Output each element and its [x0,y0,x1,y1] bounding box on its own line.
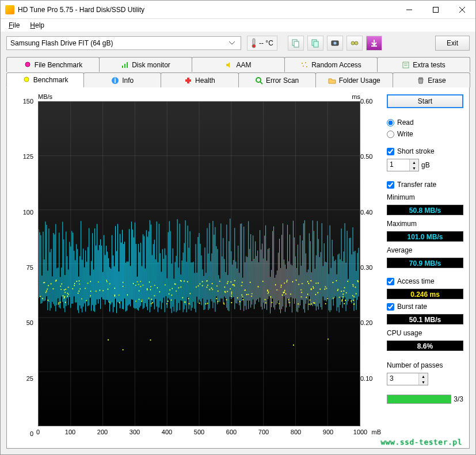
svg-point-465 [353,296,355,297]
svg-point-569 [180,286,181,288]
tab-error-scan[interactable]: Error Scan [238,72,316,87]
transfer-rate-checkbox[interactable]: Transfer rate [387,181,463,189]
svg-point-449 [231,296,232,297]
drive-select[interactable]: Samsung Flash Drive FIT (64 gB) [6,36,241,50]
svg-point-334 [150,286,151,287]
spin-up-icon[interactable]: ▲ [419,373,428,379]
passes-spinner[interactable]: 3▲▼ [387,373,428,385]
tab-row-primary: Benchmark iInfo Health Error Scan Folder… [6,72,470,87]
exit-button[interactable]: Exit [435,36,470,51]
svg-point-554 [241,295,242,296]
svg-point-559 [311,288,312,289]
svg-point-428 [227,283,228,284]
copy-text-button[interactable] [288,36,304,51]
burst-rate-checkbox[interactable]: Burst rate [387,303,463,311]
temperature-display: -- °C [247,36,277,51]
start-button[interactable]: Start [387,94,463,108]
svg-point-580 [341,299,342,300]
save-button[interactable] [366,36,382,51]
svg-point-447 [78,293,79,294]
svg-point-451 [60,301,61,303]
spin-down-icon[interactable]: ▼ [410,165,418,171]
thermometer-icon [251,38,257,48]
svg-line-30 [260,82,262,84]
svg-point-510 [287,280,288,281]
svg-point-342 [327,298,328,299]
tab-file-benchmark[interactable]: File Benchmark [6,57,100,72]
svg-point-422 [123,349,124,350]
spin-down-icon[interactable]: ▼ [419,379,428,385]
svg-point-526 [271,302,272,303]
menu-help[interactable]: Help [25,20,49,30]
tab-benchmark[interactable]: Benchmark [6,72,84,87]
tab-folder-usage[interactable]: Folder Usage [315,72,393,87]
svg-point-382 [319,289,321,290]
svg-point-522 [239,301,241,302]
svg-point-501 [292,281,293,282]
svg-point-483 [283,292,284,293]
svg-point-418 [196,286,197,288]
svg-point-391 [178,287,179,288]
svg-point-439 [184,301,185,303]
svg-point-492 [157,287,158,288]
svg-point-430 [167,300,169,301]
svg-point-534 [325,303,326,304]
tab-aam[interactable]: AAM [192,57,285,72]
svg-point-464 [119,295,120,296]
spin-up-icon[interactable]: ▲ [410,159,418,165]
options-button[interactable] [346,36,363,51]
svg-point-15 [25,62,30,67]
close-button[interactable] [449,1,475,18]
svg-point-393 [353,285,354,286]
tab-erase[interactable]: Erase [393,72,470,87]
svg-point-366 [315,294,316,295]
tab-extra-tests[interactable]: Extra tests [377,57,470,72]
svg-point-359 [336,280,337,281]
tab-health[interactable]: Health [161,72,238,87]
svg-point-470 [206,281,207,282]
svg-point-333 [85,288,86,289]
write-radio[interactable]: Write [387,130,463,138]
folder-icon [328,77,336,85]
short-stroke-spinner[interactable]: 1▲▼ [387,159,419,171]
maximize-button[interactable] [422,1,449,18]
svg-point-358 [188,298,189,299]
svg-point-514 [140,286,141,287]
access-time-checkbox[interactable]: Access time [387,277,463,285]
svg-point-340 [207,303,208,304]
minimize-button[interactable] [396,1,422,18]
svg-point-467 [286,281,287,282]
svg-point-496 [64,289,65,290]
svg-point-346 [237,297,238,299]
short-stroke-checkbox[interactable]: Short stroke [387,147,463,155]
svg-point-12 [351,41,355,45]
tab-disk-monitor[interactable]: Disk monitor [99,57,192,72]
svg-point-485 [188,303,189,304]
tab-info[interactable]: iInfo [83,72,161,87]
svg-point-326 [212,283,213,284]
svg-point-497 [311,304,312,305]
copy-screenshot-button[interactable] [307,36,323,51]
svg-point-484 [307,293,309,295]
drive-select-value: Samsung Flash Drive FIT (64 gB) [10,39,113,47]
tab-random-access[interactable]: Random Access [284,57,378,72]
menu-file[interactable]: File [4,20,24,30]
svg-point-556 [234,285,235,286]
read-radio[interactable]: Read [387,118,463,127]
svg-point-420 [250,282,251,283]
svg-point-453 [314,303,315,304]
titlebar: HD Tune Pro 5.75 - Hard Disk/SSD Utility [1,1,475,19]
svg-point-488 [309,299,310,300]
svg-point-355 [61,283,62,284]
y-left-unit: MB/s [38,93,52,100]
svg-point-441 [135,285,136,286]
svg-point-341 [339,297,340,298]
save-screenshot-button[interactable] [327,36,343,51]
svg-point-505 [333,297,334,299]
svg-point-458 [325,286,326,287]
svg-point-455 [218,301,219,302]
bulb-icon [24,61,32,69]
menu-bar: File Help [1,19,475,32]
svg-point-562 [301,292,302,293]
svg-point-540 [90,290,92,292]
